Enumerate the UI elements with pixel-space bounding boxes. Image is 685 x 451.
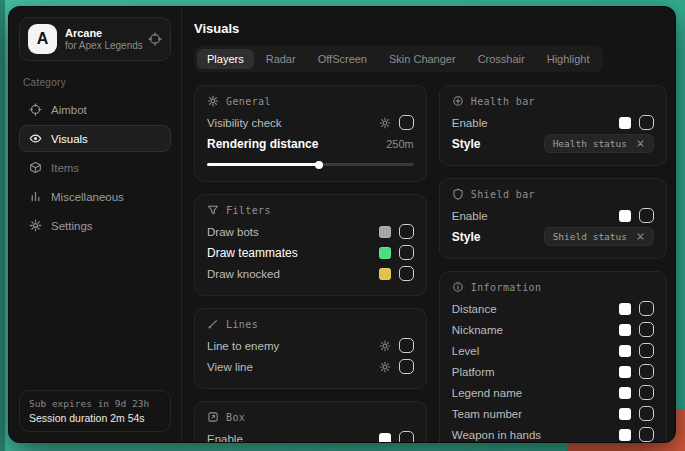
gear-icon[interactable] [379,361,391,373]
legend-name-checkbox[interactable] [639,385,654,400]
tab-radar[interactable]: Radar [256,49,306,69]
box-icon [207,411,219,423]
view-line-checkbox[interactable] [399,359,414,374]
sidebar: A Arcane for Apex Legends Category Aimbo… [9,7,182,442]
bars-icon [29,190,42,203]
draw-bots-checkbox[interactable] [399,224,414,239]
sidebar-item-visuals[interactable]: Visuals [19,125,171,152]
setting-row-distance: Distance [452,298,654,319]
sidebar-item-settings[interactable]: Settings [19,212,171,239]
setting-row-nickname: Nickname [452,319,654,340]
sidebar-item-aimbot[interactable]: Aimbot [19,96,171,123]
color-swatch[interactable] [379,247,391,259]
tab-crosshair[interactable]: Crosshair [468,49,535,69]
section-general: General Visibility check Rendering di [194,85,427,182]
distance-checkbox[interactable] [639,301,654,316]
close-icon[interactable] [636,232,645,241]
tab-offscreen[interactable]: OffScreen [308,49,377,69]
health-enable-checkbox[interactable] [639,115,654,130]
line-icon [207,318,219,330]
sidebar-item-label: Settings [51,220,93,232]
setting-label: Draw knocked [207,268,280,280]
setting-label: Nickname [452,324,503,336]
gear-icon[interactable] [379,340,391,352]
sidebar-item-miscellaneous[interactable]: Miscellaneous [19,183,171,210]
gear-icon[interactable] [379,117,391,129]
setting-label: Enable [452,210,488,222]
section-title: Filters [226,205,271,216]
weapon-in-hands-checkbox[interactable] [639,427,654,442]
main-panel: Visuals Players Radar OffScreen Skin Cha… [182,7,675,442]
slider-fill [207,163,319,166]
chip-label: Health status [553,138,627,149]
team-number-checkbox[interactable] [639,406,654,421]
shield-style-select[interactable]: Shield status [544,227,654,246]
tab-players[interactable]: Players [197,49,254,69]
setting-label: Draw teammates [207,246,298,260]
level-checkbox[interactable] [639,343,654,358]
app-logo-card: A Arcane for Apex Legends [19,17,171,61]
health-style-select[interactable]: Health status [544,134,654,153]
visibility-check-checkbox[interactable] [399,115,414,130]
sidebar-item-items[interactable]: Items [19,154,171,181]
draw-knocked-checkbox[interactable] [399,266,414,281]
color-swatch[interactable] [619,324,631,336]
color-swatch[interactable] [379,268,391,280]
gear-icon [29,219,42,232]
setting-label: Style [452,230,481,244]
section-health-bar: Health bar Enable Style H [439,85,667,166]
setting-row-health-style: Style Health status [452,133,654,154]
setting-row-view-line: View line [207,356,414,377]
right-column: Health bar Enable Style H [439,85,667,442]
color-swatch[interactable] [379,226,391,238]
close-icon[interactable] [636,139,645,148]
sidebar-nav: Aimbot Visuals Items Miscellaneous [19,96,171,239]
setting-row-legend-name: Legend name [452,382,654,403]
setting-label: Distance [452,303,497,315]
sidebar-item-label: Miscellaneous [51,191,124,203]
setting-label: Legend name [452,387,522,399]
color-swatch[interactable] [619,429,631,441]
color-swatch[interactable] [619,366,631,378]
app-logo: A [28,24,57,54]
chip-label: Shield status [553,231,627,242]
color-swatch[interactable] [619,345,631,357]
line-to-enemy-checkbox[interactable] [399,338,414,353]
setting-label: Platform [452,366,495,378]
setting-label: Team number [452,408,522,420]
platform-checkbox[interactable] [639,364,654,379]
section-information: Information Distance Nickname [439,271,667,442]
setting-row-level: Level [452,340,654,361]
cube-icon [29,161,42,174]
category-label: Category [23,77,167,88]
color-swatch[interactable] [619,387,631,399]
rendering-distance-slider[interactable] [207,163,414,166]
setting-row-shield-style: Style Shield status [452,226,654,247]
color-swatch[interactable] [619,210,631,222]
section-header: Information [452,281,654,293]
color-swatch[interactable] [619,303,631,315]
draw-teammates-checkbox[interactable] [399,245,414,260]
target-icon[interactable] [148,32,162,46]
setting-label: Enable [207,433,243,443]
section-header: Lines [207,318,414,330]
shield-enable-checkbox[interactable] [639,208,654,223]
color-swatch[interactable] [379,433,391,443]
setting-row-health-enable: Enable [452,112,654,133]
app-window: A Arcane for Apex Legends Category Aimbo… [8,6,676,443]
app-title-block: Arcane for Apex Legends [65,27,140,51]
sidebar-item-label: Visuals [51,133,88,145]
box-enable-checkbox[interactable] [399,431,414,442]
color-swatch[interactable] [619,117,631,129]
slider-thumb[interactable] [315,161,323,169]
background-shade [0,0,5,451]
tab-skin-changer[interactable]: Skin Changer [379,49,466,69]
nickname-checkbox[interactable] [639,322,654,337]
section-header: Box [207,411,414,423]
left-column: General Visibility check Rendering di [194,85,427,442]
color-swatch[interactable] [619,408,631,420]
tab-highlight[interactable]: Highlight [537,49,600,69]
setting-label: View line [207,361,253,373]
info-icon [452,281,464,293]
sidebar-item-label: Aimbot [51,104,87,116]
